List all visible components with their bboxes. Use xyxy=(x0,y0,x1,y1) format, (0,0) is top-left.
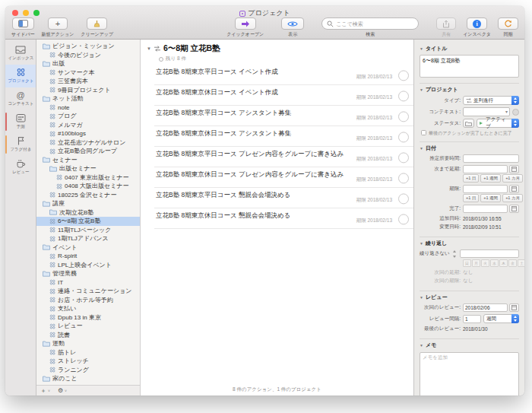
task-row[interactable]: 立花B塾 8期東京平日コース イベント作成期限 2018/02/13 xyxy=(154,65,413,85)
sidebar-project[interactable]: 180225 金沢セミナー xyxy=(36,191,140,200)
sidebar-toggle-button[interactable] xyxy=(12,17,34,30)
perspective-tab-contexts[interactable]: @コンテキスト xyxy=(5,87,36,110)
calendar-button[interactable] xyxy=(509,165,519,173)
section-header[interactable]: ▼プロジェクト xyxy=(420,86,519,94)
sidebar-project[interactable]: 今後のビジョン xyxy=(36,51,140,60)
repeat-day-button[interactable]: 水 xyxy=(490,259,499,267)
task-row[interactable]: 立花B塾 8期東京休日コース プレゼン内容をグループに書き込み期限 2018/0… xyxy=(154,167,413,188)
sidebar-folder[interactable]: 講座 xyxy=(36,199,140,208)
perspective-tab-review[interactable]: レビュー xyxy=(5,156,36,179)
project-title[interactable]: 6〜8期 立花B塾 xyxy=(163,43,220,54)
calendar-button[interactable] xyxy=(509,205,519,213)
task-row[interactable]: 立花B塾 8期東京平日コース アシスタント募集期限 2018/02/13 xyxy=(154,106,413,126)
task-complete-circle[interactable] xyxy=(398,214,409,224)
sidebar-project[interactable]: ブログ xyxy=(36,112,140,121)
defer-date-input[interactable] xyxy=(463,165,508,173)
view-eye-button[interactable] xyxy=(281,17,304,30)
estimate-input[interactable] xyxy=(463,154,519,163)
repeat-interval-input[interactable] xyxy=(460,249,519,258)
disclosure-triangle-icon[interactable]: ▼ xyxy=(147,46,151,51)
cleanup-button[interactable] xyxy=(87,17,107,30)
perspective-tab-flagged[interactable]: フラグ付き xyxy=(5,133,36,156)
sidebar-project[interactable]: サンマーク本 xyxy=(36,68,140,78)
quick-open-button[interactable] xyxy=(235,17,256,30)
sidebar-folder[interactable]: ネット活動 xyxy=(36,94,140,103)
sidebar-project[interactable]: 11期TLJベーシック xyxy=(36,226,140,235)
repeat-mode-value[interactable]: 繰り返さない xyxy=(420,250,450,257)
perspective-tab-forecast[interactable]: 予測 xyxy=(5,110,36,133)
sidebar-project[interactable]: #100blogs xyxy=(36,129,140,138)
sidebar-project[interactable]: R-spirit xyxy=(36,252,140,261)
sidebar-project[interactable]: メルマガ xyxy=(36,121,140,130)
sidebar-folder[interactable]: 運動 xyxy=(36,339,140,348)
section-header[interactable]: ▼メモ xyxy=(420,342,519,349)
completed-date-input[interactable] xyxy=(463,205,508,213)
sidebar-folder[interactable]: 出版 xyxy=(36,59,140,68)
sidebar-project[interactable]: 筋トレ xyxy=(36,348,140,357)
sidebar-project[interactable]: 支払い xyxy=(36,304,140,313)
inspector-button[interactable]: i xyxy=(467,17,487,30)
task-complete-circle[interactable] xyxy=(398,193,409,204)
sidebar-project[interactable]: ランニング xyxy=(36,366,140,375)
repeat-day-button[interactable]: 金 xyxy=(508,259,517,267)
context-assign-button[interactable] xyxy=(512,109,519,116)
sidebar-project[interactable]: note xyxy=(36,103,140,113)
new-action-button[interactable]: + xyxy=(48,17,68,30)
repeat-day-button[interactable]: 土 xyxy=(518,259,524,267)
search-input[interactable] xyxy=(336,18,415,29)
repeat-day-button[interactable]: 月 xyxy=(472,259,480,267)
plus-one-day-button[interactable]: +1 日 xyxy=(463,194,479,202)
task-complete-circle[interactable] xyxy=(398,132,409,142)
sidebar-project[interactable]: 1期TLJアドバンス xyxy=(36,234,140,243)
action-menu-button[interactable]: ⚙˅ xyxy=(58,387,67,394)
calendar-button[interactable] xyxy=(509,303,519,312)
sidebar-folder[interactable]: イベント xyxy=(36,243,140,253)
section-header[interactable]: ▼レビュー xyxy=(420,294,519,301)
sync-button[interactable] xyxy=(498,17,518,30)
context-combobox[interactable] xyxy=(463,107,510,116)
task-complete-circle[interactable] xyxy=(398,111,409,122)
task-row[interactable]: 立花B塾 8期東京平日コース プレゼン内容をグループに書き込み期限 2018/0… xyxy=(154,147,413,167)
task-row[interactable]: 立花B塾 8期東京休日コース アシスタント募集期限 2018/02/13 xyxy=(154,126,413,147)
task-row[interactable]: 立花B塾 8期東京平日コース 懇親会会場決める期限 2018/02/13 xyxy=(154,188,413,208)
complete-with-last-checkbox[interactable] xyxy=(421,130,426,135)
stepper-icon[interactable] xyxy=(452,250,458,258)
review-unit-select[interactable]: 週間 xyxy=(483,314,519,323)
share-button[interactable] xyxy=(436,17,456,30)
project-status-select[interactable]: アクティブ xyxy=(477,119,519,128)
note-input[interactable]: メモを追加 xyxy=(420,352,519,396)
sidebar-project[interactable]: Dpub 13 in 東京 xyxy=(36,313,140,322)
task-complete-circle[interactable] xyxy=(398,91,409,101)
sidebar-project[interactable]: 9冊目プロジェクト xyxy=(36,86,140,95)
sidebar-folder[interactable]: ビジョン・ミッション xyxy=(36,42,140,51)
section-header[interactable]: ▼日付 xyxy=(420,145,519,152)
sidebar-project[interactable]: 0408 大阪出版セミナー xyxy=(36,182,140,191)
sidebar-project[interactable]: 連絡・コミュニケーション xyxy=(36,287,140,296)
task-complete-circle[interactable] xyxy=(398,152,409,163)
add-item-button[interactable]: ＋˅ xyxy=(40,386,50,395)
task-row[interactable]: 立花B塾 8期東京休日コース 懇親会会場決める期限 2018/02/13 xyxy=(154,208,413,229)
calendar-button[interactable] xyxy=(509,185,519,193)
sidebar-project[interactable]: IT xyxy=(36,278,140,288)
sidebar-folder[interactable]: 出版セミナー xyxy=(36,164,140,173)
section-header[interactable]: ▼タイトル xyxy=(420,45,519,52)
task-complete-circle[interactable] xyxy=(398,70,409,81)
due-date-input[interactable] xyxy=(463,185,508,193)
sidebar-folder[interactable]: 次期立花B塾 xyxy=(36,208,140,218)
plus-one-week-button[interactable]: +1 週間 xyxy=(480,174,501,183)
section-header[interactable]: ▼繰り返し xyxy=(420,240,519,247)
sidebar-project[interactable]: 立花岳志ツナゲルサロン xyxy=(36,138,140,148)
perspective-tab-inbox[interactable]: インボックス xyxy=(5,42,36,65)
plus-one-week-button[interactable]: +1 週間 xyxy=(480,194,501,202)
project-title-input[interactable]: 6〜8期 立花B塾 xyxy=(420,55,519,78)
review-interval-input[interactable]: 1 xyxy=(463,315,481,323)
plus-one-month-button[interactable]: +1 カ月 xyxy=(502,174,523,183)
sidebar-folder[interactable]: 管理業務 xyxy=(36,269,140,278)
sidebar-project[interactable]: お店・ホテル等予約 xyxy=(36,296,140,305)
sidebar-project[interactable]: 立花B塾合同グループ xyxy=(36,147,140,156)
repeat-day-button[interactable]: 火 xyxy=(481,259,489,267)
sidebar-project[interactable]: ストレッチ xyxy=(36,357,140,366)
folder-button[interactable] xyxy=(463,119,474,128)
plus-one-month-button[interactable]: +1 カ月 xyxy=(502,194,523,202)
sidebar-project[interactable]: 読書 xyxy=(36,331,140,340)
